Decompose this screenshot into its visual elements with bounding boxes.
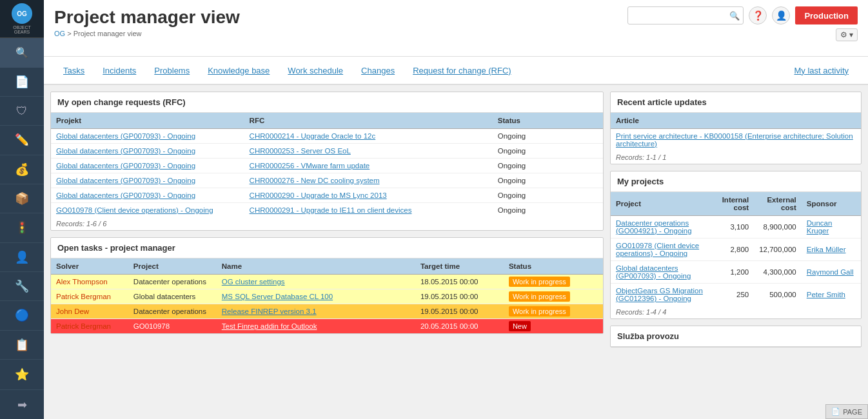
page-indicator: 📄 PAGE <box>825 404 868 419</box>
sponsor-link[interactable]: Duncan Kruger <box>807 219 833 235</box>
top-bar: Project manager view OG > OG > Project m… <box>44 0 868 57</box>
rfc-records: Records: 1-6 / 6 <box>51 217 603 230</box>
sponsor-link[interactable]: Raymond Gall <box>807 268 854 276</box>
nav-incidents[interactable]: Incidents <box>94 56 145 84</box>
sponsor-link[interactable]: Erika Müller <box>807 246 846 253</box>
rfc-link[interactable]: CHR0000291 - Upgrade to IE11 on client d… <box>250 206 412 214</box>
projects-col-project: Project <box>611 192 709 216</box>
user-button[interactable]: 👤 <box>772 6 790 24</box>
nav-tasks[interactable]: Tasks <box>54 56 94 84</box>
tasks-card: Open tasks - project manager Solver Proj… <box>50 237 604 334</box>
sidebar-item-clipboard[interactable]: 📋 <box>0 331 44 360</box>
top-actions: 🔍 ❓ 👤 Production <box>627 6 858 24</box>
articles-col-article: Article <box>611 113 861 129</box>
page-label: PAGE <box>843 408 862 416</box>
rfc-rfc-cell: CHR0000276 - New DC cooling system <box>244 173 493 188</box>
task-solver-cell: Patrick Bergman <box>51 319 128 334</box>
sidebar-item-user[interactable]: 👤 <box>0 243 44 272</box>
rfc-link[interactable]: CHR0000256 - VMware farm update <box>250 162 370 170</box>
task-solver-cell: Alex Thompson <box>51 275 128 289</box>
rfc-link[interactable]: CHR0000290 - Upgrade to MS Lync 2013 <box>250 191 387 199</box>
sidebar-item-box[interactable]: 📦 <box>0 184 44 213</box>
rfc-project-link[interactable]: Global datacenters (GP007093) - Ongoing <box>56 147 195 155</box>
project-external-cell: 500,000 <box>754 284 802 306</box>
nav-rfc[interactable]: Request for change (RFC) <box>404 56 520 84</box>
task-name-cell: Release FINREP version 3.1 <box>217 304 415 319</box>
nav-changes[interactable]: Changes <box>352 56 404 84</box>
project-link[interactable]: ObjectGears GS Migration (GC012396) - On… <box>616 287 703 302</box>
sidebar-search[interactable]: 🔍 <box>0 38 44 67</box>
rfc-link[interactable]: CHR0000276 - New DC cooling system <box>250 177 380 184</box>
top-right: 🔍 ❓ 👤 Production ⚙ ▾ <box>627 6 858 41</box>
projects-col-internal: Internal cost <box>709 192 754 216</box>
rfc-project-link[interactable]: Global datacenters (GP007093) - Ongoing <box>56 132 195 140</box>
rfc-project-link[interactable]: Global datacenters (GP007093) - Ongoing <box>56 162 195 170</box>
search-input[interactable] <box>627 6 744 24</box>
help-button[interactable]: ❓ <box>749 6 767 24</box>
sponsor-link[interactable]: Peter Smith <box>807 291 845 298</box>
rfc-rfc-cell: CHR0000290 - Upgrade to MS Lync 2013 <box>244 188 493 203</box>
rfc-status-cell: Ongoing <box>493 144 603 159</box>
traffic-icon: 🚦 <box>15 220 29 235</box>
sidebar-item-money[interactable]: 💰 <box>0 155 44 184</box>
sidebar-item-edit[interactable]: ✏️ <box>0 126 44 155</box>
sluzba-card: Služba provozu <box>610 326 862 347</box>
rfc-project-link[interactable]: Global datacenters (GP007093) - Ongoing <box>56 177 195 184</box>
rfc-table-row: Global datacenters (GP007093) - Ongoing … <box>51 188 603 203</box>
task-project-cell: GO010978 <box>128 319 217 334</box>
tasks-col-project: Project <box>128 258 217 275</box>
task-solver-cell: John Dew <box>51 304 128 319</box>
task-target-cell: 18.05.2015 00:00 <box>415 275 504 289</box>
tasks-table-row: John Dew Datacenter operations Release F… <box>51 304 603 319</box>
task-name-link[interactable]: MS SQL Server Database CL 100 <box>222 293 333 300</box>
articles-records: Records: 1-1 / 1 <box>611 151 861 164</box>
nav-knowledge-base[interactable]: Knowledge base <box>199 56 279 84</box>
nav-problems[interactable]: Problems <box>145 56 199 84</box>
rfc-col-status: Status <box>493 113 603 129</box>
sidebar-item-arrow[interactable]: ➡ <box>0 389 44 419</box>
content-area: My open change requests (RFC) Projekt RF… <box>44 85 868 419</box>
breadcrumb-og[interactable]: OG <box>54 30 65 37</box>
right-panel: Recent article updates Article Print ser… <box>610 92 862 413</box>
sidebar: OG OBJECTGEARS 🔍 📄 🛡 ✏️ 💰 📦 🚦 👤 🔧 🔵 📋 ⭐ … <box>0 0 44 419</box>
project-link[interactable]: Datacenter operations (GO004921) - Ongoi… <box>616 219 692 235</box>
task-target-cell: 19.05.2015 00:00 <box>415 289 504 304</box>
projects-table-row: Datacenter operations (GO004921) - Ongoi… <box>611 216 861 239</box>
rfc-project-link[interactable]: GO010978 (Client device operations) - On… <box>56 206 213 214</box>
nav-last-activity[interactable]: My last activity <box>785 56 858 84</box>
rfc-rfc-cell: CHR0000256 - VMware farm update <box>244 159 493 173</box>
article-row: Print service architecture - KB0000158 (… <box>611 129 861 151</box>
rfc-status-cell: Ongoing <box>493 188 603 203</box>
sidebar-item-documents[interactable]: 📄 <box>0 68 44 97</box>
project-link[interactable]: Global datacenters (GP007093) - Ongoing <box>616 264 691 280</box>
task-target-cell: 20.05.2015 00:00 <box>415 319 504 334</box>
sidebar-item-shield[interactable]: 🛡 <box>0 97 44 126</box>
rfc-project-link[interactable]: Global datacenters (GP007093) - Ongoing <box>56 191 195 199</box>
production-button[interactable]: Production <box>795 6 858 24</box>
sidebar-item-star[interactable]: ⭐ <box>0 360 44 389</box>
status-badge: Work in progress <box>509 291 570 302</box>
sidebar-item-tools[interactable]: 🔧 <box>0 272 44 301</box>
rfc-rfc-cell: CHR0000253 - Server OS EoL <box>244 144 493 159</box>
project-name-cell: Global datacenters (GP007093) - Ongoing <box>611 261 709 284</box>
gear-button[interactable]: ⚙ ▾ <box>836 28 858 41</box>
rfc-link[interactable]: CHR0000214 - Upgrade Oracle to 12c <box>250 132 376 140</box>
logo-text: OBJECTGEARS <box>13 25 31 34</box>
rfc-link[interactable]: CHR0000253 - Server OS EoL <box>250 147 351 155</box>
projects-card: My projects Project Internal cost Extern… <box>610 171 862 319</box>
project-link[interactable]: GO010978 (Client device operations) - On… <box>616 242 699 257</box>
article-link[interactable]: Print service architecture - KB0000158 (… <box>616 132 853 148</box>
sidebar-item-traffic[interactable]: 🚦 <box>0 213 44 242</box>
rfc-col-rfc: RFC <box>244 113 493 129</box>
task-name-link[interactable]: Test Finrep addin for Outlook <box>222 322 317 330</box>
sidebar-item-circle[interactable]: 🔵 <box>0 301 44 330</box>
rfc-project-cell: Global datacenters (GP007093) - Ongoing <box>51 159 244 173</box>
user-icon: 👤 <box>15 250 29 264</box>
rfc-table-row: Global datacenters (GP007093) - Ongoing … <box>51 173 603 188</box>
task-name-link[interactable]: Release FINREP version 3.1 <box>222 307 317 315</box>
tasks-col-solver: Solver <box>51 258 128 275</box>
task-name-link[interactable]: OG cluster settings <box>222 278 285 286</box>
projects-col-sponsor: Sponsor <box>802 192 861 216</box>
rfc-project-cell: Global datacenters (GP007093) - Ongoing <box>51 188 244 203</box>
nav-work-schedule[interactable]: Work schedule <box>279 56 352 84</box>
